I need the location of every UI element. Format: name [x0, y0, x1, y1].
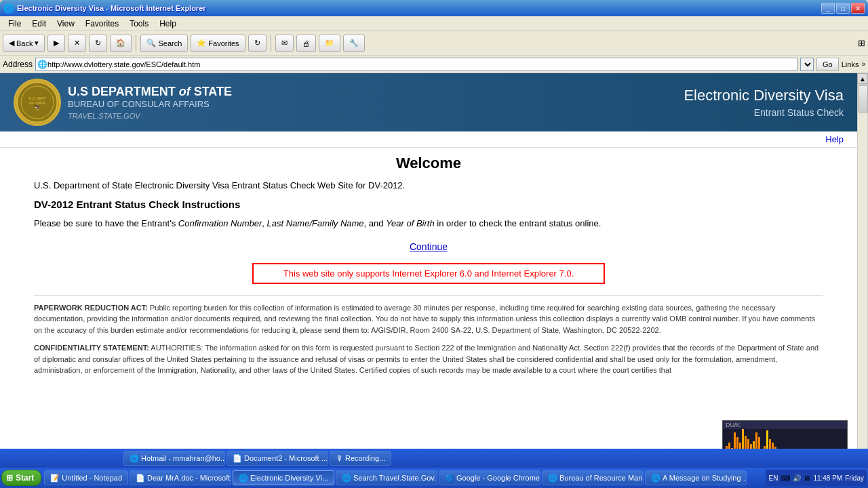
- taskbar-hotmail[interactable]: 🌐 Hotmail - mmahran@ho...: [123, 451, 225, 466]
- visa-title: Electronic Diversity Visa: [684, 87, 844, 104]
- address-bar: Address 🌐 ▾ Go Links »: [0, 56, 868, 73]
- print-icon: 🖨: [302, 39, 310, 47]
- svg-text:🦅: 🦅: [34, 104, 41, 110]
- ie-icon: 🌐: [239, 474, 248, 483]
- start-button[interactable]: ⊞ Start: [1, 470, 41, 486]
- maximize-button[interactable]: □: [836, 3, 850, 14]
- ie-icon4: 🌐: [651, 474, 660, 483]
- confidentiality-section: CONFIDENTIALITY STATEMENT: AUTHORITIES: …: [34, 342, 823, 376]
- address-input[interactable]: [47, 60, 795, 68]
- hotmail-icon: 🌐: [130, 454, 139, 463]
- menu-help[interactable]: Help: [154, 18, 182, 30]
- back-icon: ◀: [9, 39, 14, 47]
- taskbar-recording[interactable]: 🎙 Recording...: [330, 451, 391, 466]
- vertical-scrollbar: ▲ ▼: [857, 73, 868, 469]
- mail-button[interactable]: ✉: [275, 35, 294, 52]
- back-button[interactable]: ◀ Back ▾: [3, 35, 45, 52]
- taskbar: ⊞ Start 📝 Untitled - Notepad 📄 Dear MrA.…: [0, 468, 868, 488]
- favorites-button[interactable]: ⭐ Favorites: [191, 35, 245, 52]
- site-header: U.S. DEPT OF STATE 🦅 U.S DEPARTMENT of S…: [0, 73, 857, 131]
- content-area: U.S. DEPT OF STATE 🦅 U.S DEPARTMENT of S…: [0, 73, 857, 469]
- help-link[interactable]: Help: [825, 134, 844, 144]
- scroll-up-button[interactable]: ▲: [857, 73, 868, 84]
- window-title: Electronic Diversity Visa - Microsoft In…: [17, 4, 206, 12]
- ie-icon2: 🌐: [342, 474, 351, 483]
- clock-time: 11:48 PM: [813, 474, 842, 482]
- search-icon: 🔍: [146, 39, 156, 47]
- recording-icon: 🎙: [336, 454, 343, 462]
- bureau-name: BUREAU OF CONSULAR AFFAIRS: [68, 99, 232, 109]
- address-secure-icon: 🌐: [37, 60, 47, 69]
- header-title: Electronic Diversity Visa Entrant Status…: [684, 87, 844, 118]
- refresh-page-button[interactable]: ↻: [248, 35, 267, 52]
- mail-icon: ✉: [281, 39, 288, 47]
- chrome-icon: 🔵: [445, 474, 454, 483]
- ie-icon3: 🌐: [548, 474, 557, 483]
- windows-logo-icon: ⊞: [6, 473, 13, 483]
- go-button[interactable]: Go: [816, 58, 839, 71]
- forward-icon: ▶: [54, 39, 59, 47]
- menu-favorites[interactable]: Favorites: [80, 18, 124, 30]
- confidentiality-text: AUTHORITIES: The information asked for o…: [34, 344, 818, 374]
- word-icon2: 📄: [233, 454, 242, 463]
- confidentiality-title: CONFIDENTIALITY STATEMENT:: [34, 344, 149, 352]
- tools-button[interactable]: 🔧: [343, 35, 365, 52]
- title-bar: 🌐 Electronic Diversity Visa - Microsoft …: [0, 0, 868, 16]
- separator2: [271, 35, 271, 52]
- intro-text: U.S. Department of State Electronic Dive…: [34, 180, 823, 190]
- menu-tools[interactable]: Tools: [124, 18, 154, 30]
- reload-icon: ↻: [254, 39, 260, 47]
- paperwork-text: Public reporting burden for this collect…: [34, 304, 815, 334]
- close-button[interactable]: ✕: [851, 3, 865, 14]
- instructions-title: DV-2012 Entrant Status Check Instruction…: [34, 199, 823, 210]
- windows-logo: ⊞: [858, 38, 865, 48]
- taskbar-ie-message[interactable]: 🌐 A Message on Studying ...: [645, 470, 747, 485]
- menu-file[interactable]: File: [3, 18, 26, 30]
- system-tray: EN ⌨ 🔊 🖥 11:48 PM Friday: [766, 470, 867, 486]
- taskbar-ie-search[interactable]: 🌐 Search Travel.State.Gov...: [336, 470, 437, 485]
- taskbar-ie-bureau[interactable]: 🌐 Bureau of Resource Man...: [542, 470, 644, 485]
- toolbar: ◀ Back ▾ ▶ ✕ ↻ 🏠 🔍 Search ⭐ Favorites ↻ …: [0, 31, 868, 56]
- menu-view[interactable]: View: [52, 18, 80, 30]
- tray-icon-volume: 🔊: [793, 474, 801, 482]
- tools-icon: 🔧: [349, 39, 359, 47]
- folder-button[interactable]: 📁: [319, 35, 340, 52]
- section-divider: [34, 295, 823, 296]
- forward-button[interactable]: ▶: [47, 35, 65, 52]
- scrollbar-track[interactable]: [857, 84, 868, 458]
- window-controls: _ □ ✕: [821, 3, 865, 14]
- svg-text:U.S. DEPT: U.S. DEPT: [29, 96, 45, 100]
- language-indicator: EN: [768, 474, 778, 482]
- taskbar-chrome[interactable]: 🔵 Google - Google Chrome: [439, 470, 540, 485]
- address-label: Address: [3, 60, 33, 69]
- taskbar-notepad[interactable]: 📝 Untitled - Notepad: [44, 470, 128, 485]
- continue-link[interactable]: Continue: [34, 241, 823, 252]
- address-dropdown[interactable]: ▾: [800, 58, 814, 71]
- menu-edit[interactable]: Edit: [26, 18, 52, 30]
- department-seal: U.S. DEPT OF STATE 🦅: [14, 79, 61, 126]
- taskbar-ie-edv[interactable]: 🌐 Electronic Diversity Vi...: [233, 470, 334, 485]
- links-button[interactable]: Links: [842, 60, 859, 68]
- ie-warning: This web site only supports Internet Exp…: [252, 263, 605, 284]
- dropdown-icon: ▾: [35, 39, 39, 47]
- menu-bar: File Edit View Favorites Tools Help: [0, 16, 868, 31]
- refresh-button[interactable]: ↻: [89, 35, 107, 52]
- scrollbar-thumb[interactable]: [859, 85, 868, 113]
- refresh-icon: ↻: [95, 39, 101, 47]
- stop-button[interactable]: ✕: [68, 35, 86, 52]
- browser-body: U.S. DEPT OF STATE 🦅 U.S DEPARTMENT of S…: [0, 73, 868, 469]
- browser-icon: 🌐: [3, 3, 14, 14]
- clock-day: Friday: [845, 474, 864, 482]
- main-content: Welcome U.S. Department of State Electro…: [0, 148, 857, 383]
- tray-icon-keyboard: ⌨: [781, 474, 790, 482]
- taskbar-word-doc2[interactable]: 📄 Document2 - Microsoft ...: [226, 451, 328, 466]
- taskbar-word-dear[interactable]: 📄 Dear MrA.doc - Microsoft...: [130, 470, 231, 485]
- links-expand-icon[interactable]: »: [861, 60, 865, 68]
- paperwork-section: PAPERWORK REDUCTION ACT: Public reportin…: [34, 302, 823, 336]
- search-button[interactable]: 🔍 Search: [140, 35, 188, 52]
- folder-icon: 📁: [325, 39, 334, 47]
- home-button[interactable]: 🏠: [110, 35, 132, 52]
- star-icon: ⭐: [197, 39, 206, 47]
- minimize-button[interactable]: _: [821, 3, 835, 14]
- print-button[interactable]: 🖨: [296, 35, 316, 52]
